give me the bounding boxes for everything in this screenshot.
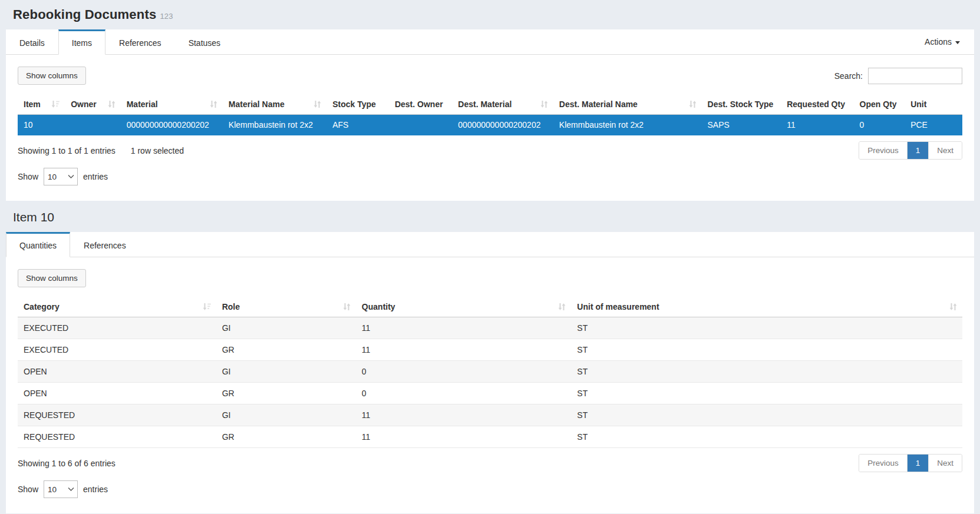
table-row[interactable]: REQUESTED GR 11 ST	[18, 426, 962, 448]
page-title: Rebooking Documents123	[13, 7, 967, 22]
cell-item: 10	[18, 115, 65, 135]
column-header-material[interactable]: Material	[121, 94, 223, 115]
column-header-role[interactable]: Role	[216, 297, 356, 317]
cell-owner	[65, 115, 121, 135]
pagination-page-1[interactable]: 1	[907, 455, 929, 472]
cell-role: GR	[216, 426, 356, 448]
search-label: Search:	[834, 71, 863, 81]
cell-category: EXECUTED	[18, 317, 216, 339]
showing-entries-text: Showing 1 to 6 of 6 entries	[18, 459, 116, 468]
column-label: Material Name	[229, 100, 285, 109]
page-size-row: Show 10 entries	[18, 168, 962, 185]
tab-statuses[interactable]: Statuses	[175, 29, 234, 55]
cell-requested-qty: 11	[781, 115, 853, 135]
quantities-table-header-row: Category Role Quantity Unit of meas	[18, 297, 962, 317]
column-header-dest-material[interactable]: Dest. Material	[452, 94, 553, 115]
items-table: Item Owner Material Material Name	[18, 94, 962, 135]
column-label: Unit	[910, 100, 926, 109]
pagination-next[interactable]: Next	[928, 142, 962, 159]
rows-selected-text: 1 row selected	[131, 146, 184, 155]
show-columns-button[interactable]: Show columns	[18, 67, 86, 85]
show-columns-button[interactable]: Show columns	[18, 269, 86, 287]
pagination-page-1[interactable]: 1	[907, 142, 929, 159]
cell-unit: PCE	[905, 115, 962, 135]
cell-unit-of-measurement: ST	[571, 339, 962, 361]
quantities-panel-body: Show columns Category Role	[6, 257, 974, 513]
rebooking-document-panel: Details Items References Statuses Action…	[6, 29, 974, 201]
column-header-requested-qty[interactable]: Requested Qty	[781, 94, 853, 115]
quantities-table: Category Role Quantity Unit of meas	[18, 297, 962, 448]
tab-items[interactable]: Items	[58, 29, 105, 55]
cell-role: GI	[216, 317, 356, 339]
showing-entries-text: Showing 1 to 1 of 1 entries	[18, 146, 116, 155]
pagination-previous[interactable]: Previous	[859, 142, 907, 159]
cell-dest-owner	[389, 115, 452, 135]
sort-both-icon	[949, 303, 957, 311]
cell-material: 000000000000200202	[121, 115, 223, 135]
search-box: Search:	[834, 68, 962, 84]
sort-both-icon	[314, 100, 321, 108]
sort-asc-icon	[203, 303, 211, 311]
column-header-owner[interactable]: Owner	[65, 94, 121, 115]
items-toolbar: Show columns Search:	[18, 67, 962, 85]
cell-quantity: 11	[356, 426, 571, 448]
sort-both-icon	[540, 100, 548, 108]
column-header-dest-material-name[interactable]: Dest. Material Name	[553, 94, 702, 115]
cell-quantity: 0	[356, 383, 571, 404]
table-row[interactable]: OPEN GR 0 ST	[18, 383, 962, 404]
column-header-unit[interactable]: Unit	[905, 94, 962, 115]
search-input[interactable]	[868, 68, 962, 84]
cell-category: OPEN	[18, 383, 216, 404]
column-label: Open Qty	[860, 100, 897, 109]
sort-both-icon	[689, 100, 697, 108]
cell-category: REQUESTED	[18, 404, 216, 426]
column-header-dest-owner[interactable]: Dest. Owner	[389, 94, 452, 115]
column-header-stock-type[interactable]: Stock Type	[326, 94, 389, 115]
tab-references[interactable]: References	[105, 29, 175, 55]
actions-label: Actions	[925, 37, 952, 47]
items-table-header-row: Item Owner Material Material Name	[18, 94, 962, 115]
page: Rebooking Documents123 Details Items Ref…	[0, 0, 980, 514]
column-header-unit-of-measurement[interactable]: Unit of measurement	[571, 297, 962, 317]
items-table-footer: Showing 1 to 1 of 1 entries 1 row select…	[18, 141, 962, 160]
table-row-selected[interactable]: 10 000000000000200202 Klemmbaustein rot …	[18, 115, 962, 135]
column-header-item[interactable]: Item	[18, 94, 65, 115]
column-header-category[interactable]: Category	[18, 297, 216, 317]
page-size-select[interactable]: 10	[44, 168, 78, 185]
entries-label: entries	[83, 485, 108, 494]
tabbar-right: Actions	[910, 29, 974, 54]
cell-role: GR	[216, 339, 356, 361]
table-row[interactable]: EXECUTED GI 11 ST	[18, 317, 962, 339]
column-header-open-qty[interactable]: Open Qty	[854, 94, 905, 115]
page-size-select[interactable]: 10	[44, 480, 78, 498]
cell-dest-material: 000000000000200202	[452, 115, 553, 135]
cell-unit-of-measurement: ST	[571, 361, 962, 383]
item-detail-panel: Quantities References Show columns Categ…	[6, 232, 974, 513]
tab-item-references[interactable]: References	[70, 232, 140, 257]
column-label: Category	[24, 302, 60, 311]
column-header-dest-stock-type[interactable]: Dest. Stock Type	[702, 94, 781, 115]
column-header-material-name[interactable]: Material Name	[223, 94, 326, 115]
table-row[interactable]: REQUESTED GI 11 ST	[18, 404, 962, 426]
table-row[interactable]: OPEN GI 0 ST	[18, 361, 962, 383]
show-label: Show	[18, 485, 38, 494]
pagination: Previous 1 Next	[859, 454, 962, 472]
items-panel-body: Show columns Search: Item	[6, 55, 974, 201]
pagination-next[interactable]: Next	[928, 455, 962, 472]
quantities-table-footer: Showing 1 to 6 of 6 entries Previous 1 N…	[18, 454, 962, 472]
sort-both-icon	[108, 100, 116, 108]
record-count-badge: 123	[160, 12, 173, 21]
tab-details[interactable]: Details	[6, 29, 58, 55]
tab-quantities[interactable]: Quantities	[6, 232, 70, 257]
cell-quantity: 11	[356, 404, 571, 426]
column-header-quantity[interactable]: Quantity	[356, 297, 571, 317]
item-section-title: Item 10	[6, 201, 974, 232]
column-label: Dest. Stock Type	[708, 100, 774, 109]
sort-both-icon	[210, 100, 217, 108]
table-row[interactable]: EXECUTED GR 11 ST	[18, 339, 962, 361]
column-label: Requested Qty	[787, 100, 845, 109]
actions-dropdown[interactable]: Actions	[925, 37, 960, 47]
document-tabbar: Details Items References Statuses Action…	[6, 29, 974, 55]
pagination-previous[interactable]: Previous	[859, 455, 907, 472]
column-label: Dest. Owner	[395, 100, 443, 109]
